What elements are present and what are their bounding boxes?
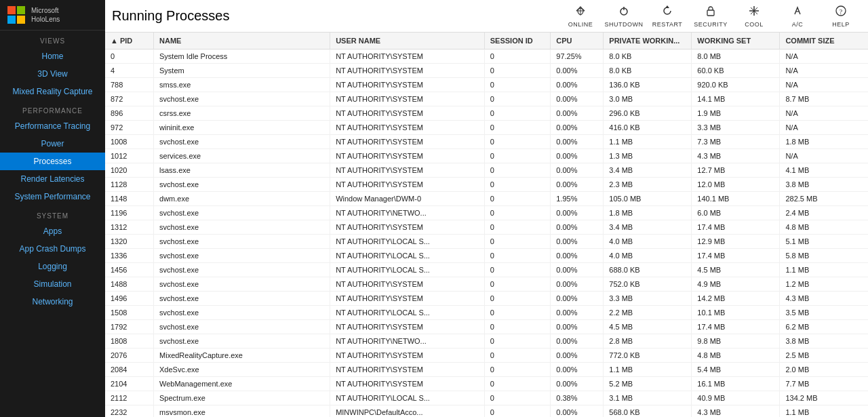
table-row[interactable]: 788smss.exeNT AUTHORITY\SYSTEM00.00%136.… xyxy=(105,78,868,92)
table-row[interactable]: 2112Spectrum.exeNT AUTHORITY\LOCAL S...0… xyxy=(105,391,868,405)
cool-button[interactable]: COOL xyxy=(734,1,774,31)
cool-label: COOL xyxy=(745,21,764,28)
table-row[interactable]: 1312svchost.exeNT AUTHORITY\SYSTEM00.00%… xyxy=(105,220,868,235)
online-button[interactable]: ONLINE xyxy=(560,1,601,31)
table-row[interactable]: 2084XdeSvc.exeNT AUTHORITY\SYSTEM00.00%1… xyxy=(105,363,868,377)
cell-user: NT AUTHORITY\LOCAL S... xyxy=(330,263,485,277)
col-header-name[interactable]: NAME xyxy=(154,33,330,49)
table-row[interactable]: 1320svchost.exeNT AUTHORITY\LOCAL S...00… xyxy=(105,235,868,249)
sidebar-item-home[interactable]: Home xyxy=(0,47,105,65)
cell-name: svchost.exe xyxy=(154,320,330,334)
processes-table: ▲PID NAME USER NAME SESSION ID CPU PRIVA… xyxy=(105,33,868,417)
ac-button[interactable]: A/C xyxy=(777,1,818,31)
cell-commit: N/A xyxy=(780,64,868,78)
table-row[interactable]: 1196svchost.exeNT AUTHORITY\NETWO...00.0… xyxy=(105,206,868,220)
views-section-label: VIEWS xyxy=(0,31,105,47)
table-row[interactable]: 2232msvsmon.exeMINWINPC\DefaultAcco...00… xyxy=(105,405,868,418)
sidebar-item-app-crash-dumps[interactable]: App Crash Dumps xyxy=(0,240,105,258)
cell-commit: N/A xyxy=(780,78,868,92)
cell-private: 2.8 MB xyxy=(604,334,692,349)
sidebar-item-networking[interactable]: Networking xyxy=(0,293,105,311)
cell-cpu: 0.00% xyxy=(551,349,604,363)
sidebar-item-3d-view[interactable]: 3D View xyxy=(0,65,105,83)
table-row[interactable]: 1020lsass.exeNT AUTHORITY\SYSTEM00.00%3.… xyxy=(105,163,868,178)
table-row[interactable]: 1508svchost.exeNT AUTHORITY\LOCAL S...00… xyxy=(105,306,868,320)
table-row[interactable]: 1808svchost.exeNT AUTHORITY\NETWO...00.0… xyxy=(105,334,868,349)
sidebar-item-render-latencies[interactable]: Render Latencies xyxy=(0,170,105,188)
table-row[interactable]: 4SystemNT AUTHORITY\SYSTEM00.00%8.0 KB60… xyxy=(105,64,868,78)
sidebar-item-processes[interactable]: Processes xyxy=(0,153,105,170)
cell-cpu: 1.95% xyxy=(551,192,604,206)
sidebar-item-apps[interactable]: Apps xyxy=(0,222,105,240)
table-row[interactable]: 2104WebManagement.exeNT AUTHORITY\SYSTEM… xyxy=(105,377,868,391)
sidebar-item-performance-tracing[interactable]: Performance Tracing xyxy=(0,117,105,135)
security-button[interactable]: SECURITY xyxy=(690,1,731,31)
sidebar-item-mixed-reality-capture[interactable]: Mixed Reality Capture xyxy=(0,83,105,100)
cell-working: 3.3 MB xyxy=(692,121,780,135)
table-body: 0System Idle ProcessNT AUTHORITY\SYSTEM0… xyxy=(105,49,868,418)
sidebar-item-system-performance[interactable]: System Performance xyxy=(0,188,105,205)
table-row[interactable]: 1148dwm.exeWindow Manager\DWM-001.95%105… xyxy=(105,192,868,206)
cell-pid: 1808 xyxy=(105,334,154,349)
cell-private: 4.0 MB xyxy=(604,235,692,249)
cell-private: 3.3 MB xyxy=(604,292,692,306)
cell-commit: N/A xyxy=(780,149,868,163)
cell-cpu: 0.00% xyxy=(551,405,604,418)
cell-name: csrss.exe xyxy=(154,106,330,121)
table-row[interactable]: 896csrss.exeNT AUTHORITY\SYSTEM00.00%296… xyxy=(105,106,868,121)
table-row[interactable]: 1488svchost.exeNT AUTHORITY\SYSTEM00.00%… xyxy=(105,277,868,292)
cell-private: 1.3 MB xyxy=(604,149,692,163)
cell-name: msvsmon.exe xyxy=(154,405,330,418)
table-row[interactable]: 2076MixedRealityCapture.exeNT AUTHORITY\… xyxy=(105,349,868,363)
cell-cpu: 0.00% xyxy=(551,363,604,377)
col-header-pid[interactable]: ▲PID xyxy=(105,33,154,49)
col-header-user[interactable]: USER NAME xyxy=(330,33,485,49)
cell-session: 0 xyxy=(484,78,551,92)
sidebar-item-power[interactable]: Power xyxy=(0,135,105,153)
cell-cpu: 0.00% xyxy=(551,78,604,92)
cell-commit: N/A xyxy=(780,49,868,64)
cell-user: NT AUTHORITY\LOCAL S... xyxy=(330,235,485,249)
table-row[interactable]: 0System Idle ProcessNT AUTHORITY\SYSTEM0… xyxy=(105,49,868,64)
cell-working: 4.3 MB xyxy=(692,405,780,418)
cell-private: 772.0 KB xyxy=(604,349,692,363)
cell-name: svchost.exe xyxy=(154,220,330,235)
table-row[interactable]: 1336svchost.exeNT AUTHORITY\LOCAL S...00… xyxy=(105,249,868,263)
table-row[interactable]: 1012services.exeNT AUTHORITY\SYSTEM00.00… xyxy=(105,149,868,163)
cell-cpu: 0.00% xyxy=(551,92,604,106)
table-area[interactable]: ▲PID NAME USER NAME SESSION ID CPU PRIVA… xyxy=(105,33,868,417)
cell-name: System xyxy=(154,64,330,78)
cell-name: wininit.exe xyxy=(154,121,330,135)
shutdown-button[interactable]: SHUTDOWN xyxy=(604,1,644,31)
cell-pid: 1012 xyxy=(105,149,154,163)
table-row[interactable]: 1128svchost.exeNT AUTHORITY\SYSTEM00.00%… xyxy=(105,178,868,192)
table-row[interactable]: 1792svchost.exeNT AUTHORITY\SYSTEM00.00%… xyxy=(105,320,868,334)
table-row[interactable]: 872svchost.exeNT AUTHORITY\SYSTEM00.00%3… xyxy=(105,92,868,106)
help-button[interactable]: ? HELP xyxy=(821,1,861,31)
table-row[interactable]: 972wininit.exeNT AUTHORITY\SYSTEM00.00%4… xyxy=(105,121,868,135)
sidebar-item-logging[interactable]: Logging xyxy=(0,258,105,275)
sidebar-item-simulation[interactable]: Simulation xyxy=(0,275,105,293)
table-row[interactable]: 1496svchost.exeNT AUTHORITY\SYSTEM00.00%… xyxy=(105,292,868,306)
cell-pid: 1196 xyxy=(105,206,154,220)
cell-commit: 2.0 MB xyxy=(780,363,868,377)
cell-private: 3.4 MB xyxy=(604,220,692,235)
table-row[interactable]: 1456svchost.exeNT AUTHORITY\LOCAL S...00… xyxy=(105,263,868,277)
cell-session: 0 xyxy=(484,391,551,405)
cell-working: 12.7 MB xyxy=(692,163,780,178)
cell-private: 2.3 MB xyxy=(604,178,692,192)
col-header-private[interactable]: PRIVATE WORKIN... xyxy=(604,33,692,49)
table-row[interactable]: 1008svchost.exeNT AUTHORITY\SYSTEM00.00%… xyxy=(105,135,868,149)
col-header-cpu[interactable]: CPU xyxy=(551,33,604,49)
col-header-session[interactable]: SESSION ID xyxy=(484,33,551,49)
cell-private: 8.0 KB xyxy=(604,64,692,78)
cell-private: 1.8 MB xyxy=(604,206,692,220)
main-content: Running Processes ONLINE xyxy=(105,0,868,417)
cell-working: 8.0 MB xyxy=(692,49,780,64)
cell-pid: 2076 xyxy=(105,349,154,363)
cell-session: 0 xyxy=(484,306,551,320)
col-header-commit[interactable]: COMMIT SIZE xyxy=(780,33,868,49)
col-header-working[interactable]: WORKING SET xyxy=(692,33,780,49)
cell-private: 5.2 MB xyxy=(604,377,692,391)
restart-button[interactable]: RESTART xyxy=(647,1,688,31)
